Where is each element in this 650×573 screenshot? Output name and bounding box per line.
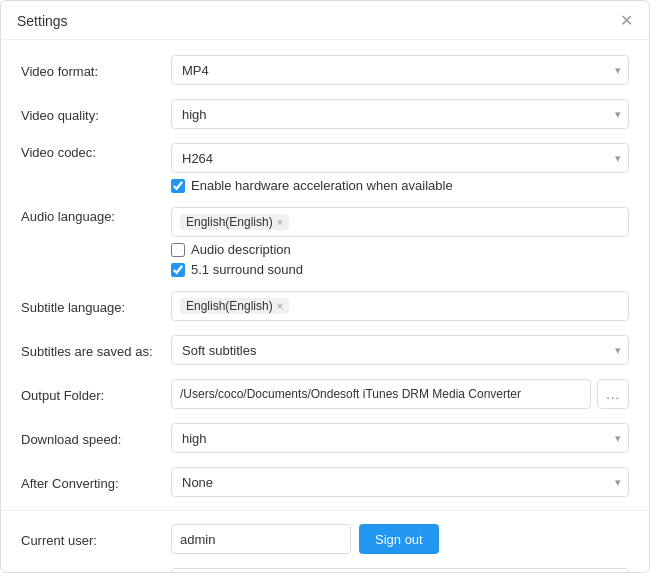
hw-accel-checkbox[interactable] (171, 179, 185, 193)
after-converting-select-wrapper: None Open folder Shut down ▾ (171, 467, 629, 497)
download-speed-select[interactable]: high medium low (171, 423, 629, 453)
close-button[interactable]: ✕ (620, 13, 633, 29)
video-codec-label: Video codec: (21, 143, 171, 160)
language-select[interactable]: English Chinese Japanese French German (171, 568, 629, 572)
audio-language-label: Audio language: (21, 207, 171, 224)
after-converting-field: None Open folder Shut down ▾ (171, 467, 629, 497)
subtitles-saved-row: Subtitles are saved as: Soft subtitles H… (1, 328, 649, 372)
video-codec-select[interactable]: H264 H265 VP9 (171, 143, 629, 173)
surround-sound-checkbox[interactable] (171, 263, 185, 277)
audio-language-tag-remove[interactable]: × (277, 217, 283, 228)
title-bar: Settings ✕ (1, 1, 649, 40)
language-row: Language: English Chinese Japanese Frenc… (1, 561, 649, 572)
subtitle-language-row: Subtitle language: English(English) × (1, 284, 649, 328)
video-quality-row: Video quality: high medium low ▾ (1, 92, 649, 136)
output-folder-row: Output Folder: ... (1, 372, 649, 416)
output-folder-controls: ... (171, 379, 629, 409)
download-speed-label: Download speed: (21, 430, 171, 447)
settings-content: Video format: MP4 MOV AVI MKV ▾ Video qu… (1, 40, 649, 572)
language-select-wrapper: English Chinese Japanese French German ▾ (171, 568, 629, 572)
after-converting-label: After Converting: (21, 474, 171, 491)
audio-language-tag-input[interactable]: English(English) × (171, 207, 629, 237)
section-divider (1, 510, 649, 511)
current-user-field: Sign out (171, 524, 629, 554)
download-speed-row: Download speed: high medium low ▾ (1, 416, 649, 460)
video-format-select[interactable]: MP4 MOV AVI MKV (171, 55, 629, 85)
video-format-select-wrapper: MP4 MOV AVI MKV ▾ (171, 55, 629, 85)
hw-accel-label[interactable]: Enable hardware acceleration when availa… (191, 178, 453, 193)
window-title: Settings (17, 13, 68, 29)
subtitle-language-tag-remove[interactable]: × (277, 301, 283, 312)
subtitle-language-label: Subtitle language: (21, 298, 171, 315)
audio-desc-checkbox[interactable] (171, 243, 185, 257)
subtitle-language-tag-input[interactable]: English(English) × (171, 291, 629, 321)
subtitle-language-field: English(English) × (171, 291, 629, 321)
video-format-label: Video format: (21, 62, 171, 79)
surround-sound-label[interactable]: 5.1 surround sound (191, 262, 303, 277)
after-converting-row: After Converting: None Open folder Shut … (1, 460, 649, 504)
video-quality-select-wrapper: high medium low ▾ (171, 99, 629, 129)
download-speed-select-wrapper: high medium low ▾ (171, 423, 629, 453)
video-codec-select-wrapper: H264 H265 VP9 ▾ (171, 143, 629, 173)
current-user-controls: Sign out (171, 524, 629, 554)
video-quality-field: high medium low ▾ (171, 99, 629, 129)
after-converting-select[interactable]: None Open folder Shut down (171, 467, 629, 497)
audio-language-field: English(English) × Audio description 5.1… (171, 207, 629, 277)
hw-accel-row: Enable hardware acceleration when availa… (171, 178, 629, 193)
subtitles-saved-select-wrapper: Soft subtitles Hard subtitles External s… (171, 335, 629, 365)
output-folder-field: ... (171, 379, 629, 409)
subtitle-language-tag-text: English(English) (186, 299, 273, 313)
current-user-label: Current user: (21, 531, 171, 548)
audio-language-tag-text: English(English) (186, 215, 273, 229)
video-format-row: Video format: MP4 MOV AVI MKV ▾ (1, 48, 649, 92)
audio-desc-row: Audio description (171, 242, 629, 257)
current-user-input[interactable] (171, 524, 351, 554)
current-user-row: Current user: Sign out (1, 517, 649, 561)
sign-out-button[interactable]: Sign out (359, 524, 439, 554)
surround-sound-row: 5.1 surround sound (171, 262, 629, 277)
video-codec-row: Video codec: H264 H265 VP9 ▾ Enable hard… (1, 136, 649, 200)
output-folder-label: Output Folder: (21, 386, 171, 403)
audio-desc-label[interactable]: Audio description (191, 242, 291, 257)
audio-language-tag: English(English) × (180, 214, 289, 230)
output-folder-input[interactable] (171, 379, 591, 409)
video-quality-label: Video quality: (21, 106, 171, 123)
language-field: English Chinese Japanese French German ▾ (171, 568, 629, 572)
download-speed-field: high medium low ▾ (171, 423, 629, 453)
audio-language-row: Audio language: English(English) × Audio… (1, 200, 649, 284)
video-quality-select[interactable]: high medium low (171, 99, 629, 129)
subtitles-saved-label: Subtitles are saved as: (21, 342, 171, 359)
subtitle-language-tag: English(English) × (180, 298, 289, 314)
settings-window: Settings ✕ Video format: MP4 MOV AVI MKV… (0, 0, 650, 573)
output-folder-browse-button[interactable]: ... (597, 379, 629, 409)
video-format-field: MP4 MOV AVI MKV ▾ (171, 55, 629, 85)
subtitles-saved-select[interactable]: Soft subtitles Hard subtitles External s… (171, 335, 629, 365)
video-codec-field: H264 H265 VP9 ▾ Enable hardware accelera… (171, 143, 629, 193)
subtitles-saved-field: Soft subtitles Hard subtitles External s… (171, 335, 629, 365)
